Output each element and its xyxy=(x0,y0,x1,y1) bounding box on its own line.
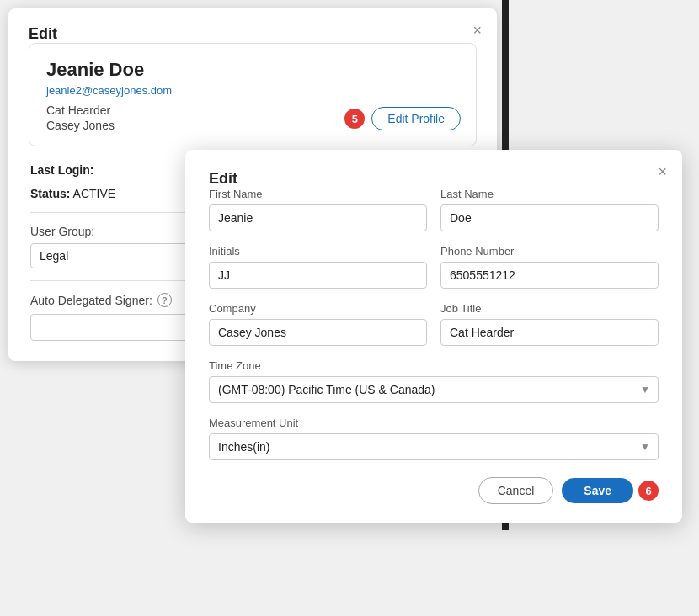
timezone-row: Time Zone (GMT-08:00) Pacific Time (US &… xyxy=(209,359,659,403)
auto-delegated-label: Auto Delegated Signer: xyxy=(30,294,152,307)
initials-group: Initials xyxy=(209,245,427,289)
help-icon[interactable]: ? xyxy=(157,293,172,307)
initials-label: Initials xyxy=(209,245,427,258)
phone-input[interactable] xyxy=(440,262,659,289)
save-button[interactable]: Save xyxy=(562,478,633,503)
company-label: Company xyxy=(209,302,427,315)
job-title-group: Job Title xyxy=(440,302,659,346)
profile-card: Jeanie Doe jeanie2@caseyjones.dom Cat He… xyxy=(29,43,477,146)
company-group: Company xyxy=(209,302,427,346)
name-row: First Name Last Name xyxy=(209,188,659,231)
timezone-group: Time Zone (GMT-08:00) Pacific Time (US &… xyxy=(209,359,659,403)
save-btn-wrap: Save 6 xyxy=(562,478,659,503)
save-badge: 6 xyxy=(638,481,659,501)
measurement-label: Measurement Unit xyxy=(209,417,659,429)
edit-profile-badge: 5 xyxy=(344,109,365,129)
timezone-select[interactable]: (GMT-08:00) Pacific Time (US & Canada) (… xyxy=(209,376,659,403)
phone-label: Phone Number xyxy=(440,245,659,258)
company-input[interactable] xyxy=(209,319,427,346)
bg-modal-title: Edit xyxy=(29,25,57,42)
measurement-select-wrap: Inches(in) Centimeters(cm) ▼ xyxy=(209,433,659,460)
last-login-label: Last Login: xyxy=(30,163,93,177)
initials-phone-row: Initials Phone Number xyxy=(209,245,659,289)
fg-modal-close-button[interactable]: × xyxy=(658,163,667,181)
bg-modal-close-button[interactable]: × xyxy=(472,22,482,40)
phone-group: Phone Number xyxy=(440,245,659,289)
profile-name: Jeanie Doe xyxy=(46,59,459,81)
first-name-input[interactable] xyxy=(209,204,427,231)
modal-footer: Cancel Save 6 xyxy=(209,477,659,504)
status-label: Status: xyxy=(30,187,70,200)
first-name-group: First Name xyxy=(209,188,427,231)
measurement-select[interactable]: Inches(in) Centimeters(cm) xyxy=(209,433,659,460)
company-job-row: Company Job Title xyxy=(209,302,659,346)
status-value: ACTIVE xyxy=(73,187,116,200)
last-name-group: Last Name xyxy=(440,188,659,231)
edit-profile-btn-wrap: 5 Edit Profile xyxy=(344,107,461,130)
measurement-row: Measurement Unit Inches(in) Centimeters(… xyxy=(209,417,659,460)
cancel-button[interactable]: Cancel xyxy=(478,477,554,504)
initials-input[interactable] xyxy=(209,262,427,289)
measurement-group: Measurement Unit Inches(in) Centimeters(… xyxy=(209,417,659,460)
timezone-select-wrap: (GMT-08:00) Pacific Time (US & Canada) (… xyxy=(209,376,659,403)
job-title-label: Job Title xyxy=(440,302,659,315)
auto-delegated-input xyxy=(30,314,199,341)
user-group-value: Legal xyxy=(30,243,199,268)
job-title-input[interactable] xyxy=(440,319,659,346)
timezone-label: Time Zone xyxy=(209,359,659,372)
edit-profile-button[interactable]: Edit Profile xyxy=(371,107,461,130)
last-name-label: Last Name xyxy=(440,188,659,200)
foreground-edit-modal: Edit × First Name Last Name Initials Pho… xyxy=(185,150,682,523)
last-name-input[interactable] xyxy=(440,204,659,231)
fg-modal-title: Edit xyxy=(209,170,237,187)
first-name-label: First Name xyxy=(209,188,427,200)
profile-email: jeanie2@caseyjones.dom xyxy=(46,84,459,97)
